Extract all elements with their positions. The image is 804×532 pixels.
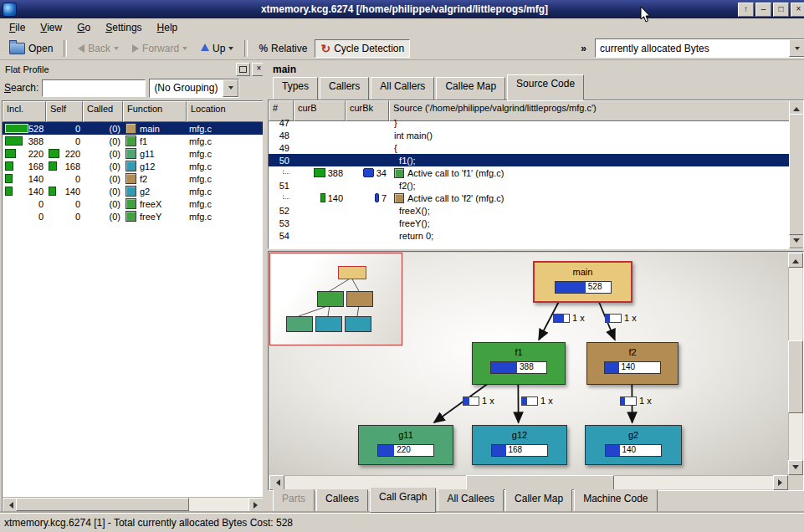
event-type-combo[interactable]: currently allocated Bytes [595,38,804,58]
source-row-50[interactable]: 50 f1(); [269,154,790,166]
source-row-48[interactable]: 48int main() [269,129,790,141]
tab-source-code[interactable]: Source Code [507,74,584,100]
source-cell: freeX(); [389,206,790,216]
function-cell: freeY [123,211,187,222]
flat-row-g11[interactable]: 220220(0)g11mfg.c [3,147,264,160]
source-call-row[interactable]: 1407Active call to 'f2' (mfg.c) [269,192,790,204]
line-number-cell [269,194,294,202]
scroll-thumb[interactable] [789,114,804,235]
graph-node-main[interactable]: main528 [533,261,632,303]
flat-profile-hscrollbar[interactable] [3,497,264,511]
location-cell: mfg.c [187,149,264,159]
tab-machine-code[interactable]: Machine Code [574,489,657,513]
source-row-53[interactable]: 53 freeY(); [269,217,790,229]
tab-callees[interactable]: Callees [316,489,368,513]
tab-all-callers[interactable]: All Callers [371,77,434,100]
flat-row-freex[interactable]: 00(0)freeXmfg.c [3,197,264,210]
column-header-function[interactable]: Function [123,101,187,122]
incl-cell: 0 [3,212,46,222]
edge-cost-fill [554,315,564,322]
column-header-location[interactable]: Location [187,101,264,122]
up-button[interactable]: Up [195,39,239,58]
code-text: f2(); [394,181,416,191]
graph-overview-minimap[interactable] [269,253,402,345]
tab-callers[interactable]: Callers [320,77,369,100]
flat-row-f2[interactable]: 1400(0)f2mfg.c [3,172,264,185]
menu-item-file[interactable]: File [2,19,33,36]
node-cost-value: 140 [619,362,636,371]
tab-caller-map[interactable]: Caller Map [505,489,572,513]
open-button[interactable]: Open [3,39,59,58]
tab-all-callees[interactable]: All Callees [438,489,504,513]
call-graph-canvas[interactable]: main528f1388f2140g11220g12168g21401 x1 x… [269,253,788,475]
title-bar[interactable]: xtmemory.kcg.6274 [/home/philippe/valgri… [0,0,804,18]
source-row-47[interactable]: 47} [269,116,790,129]
menu-item-settings[interactable]: Settings [98,19,149,36]
source-call-row[interactable]: 38834Active call to 'f1' (mfg.c) [269,166,790,179]
flat-row-main[interactable]: 5280(0)mainmfg.c [3,122,264,135]
column-header-incl[interactable]: Incl. [3,101,46,122]
column-header-self[interactable]: Self [46,101,83,122]
tab-types[interactable]: Types [273,77,318,100]
tab-call-graph[interactable]: Call Graph [370,488,436,513]
grouping-combo[interactable]: (No Grouping) [149,79,239,98]
source-row-54[interactable]: 54 return 0; [269,229,790,242]
back-button[interactable]: Back [72,39,125,58]
called-value: (0) [110,187,120,197]
graph-node-g2[interactable]: g2140 [585,425,682,465]
maximize-button[interactable]: □ [773,3,789,17]
scroll-up-button[interactable] [788,253,803,268]
curbk-bar-icon [375,193,379,202]
scroll-thumb[interactable] [788,340,803,413]
graph-node-name: g2 [586,430,681,440]
detail-bottom-tabbar: PartsCalleesCall GraphAll CalleesCaller … [269,489,804,508]
scroll-down-button[interactable] [788,460,803,475]
graph-node-f1[interactable]: f1388 [472,342,566,385]
tab-callee-map[interactable]: Callee Map [436,77,505,100]
graph-node-name: f1 [473,347,565,357]
search-input[interactable] [42,79,146,97]
toolbar-overflow-button[interactable]: » [577,43,590,54]
flat-profile-dock-header[interactable]: Flat Profile × [2,62,268,76]
graph-hscrollbar[interactable] [269,475,788,489]
graph-vscrollbar[interactable] [788,253,802,475]
flat-profile-header: Incl.SelfCalledFunctionLocation [3,101,264,122]
combo-dropdown-button[interactable] [789,39,804,57]
flat-row-freey[interactable]: 00(0)freeYmfg.c [3,210,264,223]
scroll-thumb[interactable] [466,475,614,490]
scroll-left-button[interactable] [269,475,284,490]
triangle-right-icon [253,502,261,509]
source-vscrollbar[interactable] [789,100,803,248]
scroll-right-button[interactable] [248,498,264,512]
scroll-down-button[interactable] [789,233,804,248]
close-button[interactable]: × [791,3,804,17]
source-row-52[interactable]: 52 freeX(); [269,204,790,217]
dock-float-button[interactable] [236,63,250,76]
flat-row-f1[interactable]: 3880(0)f1mfg.c [3,135,264,147]
menu-item-help[interactable]: Help [150,19,186,36]
combo-dropdown-button[interactable] [223,79,238,97]
scroll-right-button[interactable] [773,475,788,490]
menu-item-view[interactable]: View [33,19,69,36]
scroll-thumb[interactable] [16,498,189,511]
tab-parts[interactable]: Parts [273,489,315,513]
edge-cost-bar [620,396,637,406]
source-row-49[interactable]: 49{ [269,141,790,154]
graph-node-g11[interactable]: g11220 [358,425,453,465]
flat-row-g2[interactable]: 140140(0)g2mfg.c [3,185,264,197]
column-header-called[interactable]: Called [83,101,123,122]
relative-toggle-button[interactable]: % Relative [253,39,313,58]
keep-above-button[interactable]: ↑ [738,3,754,17]
curb-value: 140 [328,193,343,203]
minimize-button[interactable]: – [755,3,771,17]
source-row-51[interactable]: 51 f2(); [269,179,790,192]
graph-node-g12[interactable]: g12168 [472,425,567,465]
menu-item-go[interactable]: Go [69,19,98,36]
cycle-detection-button[interactable]: ↻ Cycle Detection [315,39,410,58]
panel-splitter[interactable] [263,60,267,512]
called-value: (0) [110,124,120,134]
toolbar-separator [64,40,67,57]
forward-button[interactable]: Forward [126,39,193,58]
graph-node-f2[interactable]: f2140 [586,342,679,385]
flat-row-g12[interactable]: 168168(0)g12mfg.c [3,160,264,172]
